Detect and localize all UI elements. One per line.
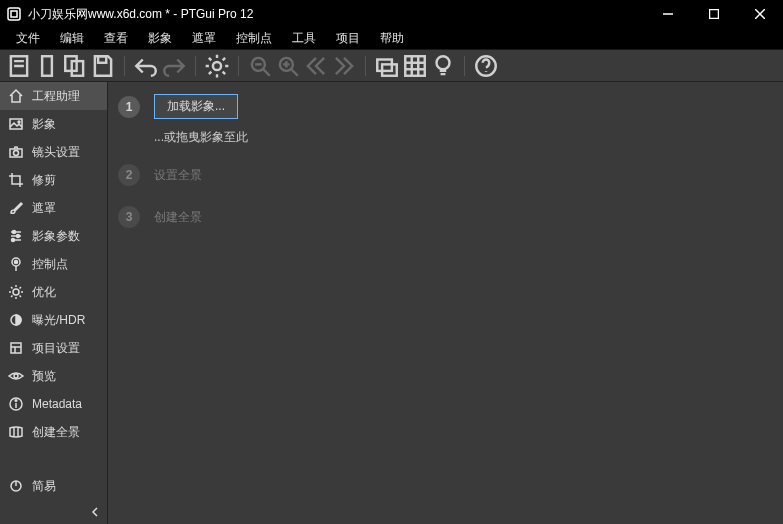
layers-icon[interactable] xyxy=(374,53,400,79)
sidebar-item-10[interactable]: 预览 xyxy=(0,362,107,390)
zoom-out-icon[interactable] xyxy=(247,53,273,79)
svg-point-29 xyxy=(18,121,20,123)
settings-icon[interactable] xyxy=(204,53,230,79)
copy-icon[interactable] xyxy=(62,53,88,79)
sidebar-item-label: 影象参数 xyxy=(32,228,80,245)
help-icon[interactable] xyxy=(473,53,499,79)
svg-point-41 xyxy=(13,289,19,295)
step-number: 2 xyxy=(118,164,140,186)
svg-rect-0 xyxy=(8,8,20,20)
svg-point-11 xyxy=(213,61,221,69)
svg-rect-43 xyxy=(11,343,21,353)
sidebar-item-label: 镜头设置 xyxy=(32,144,80,161)
sidebar-item-0[interactable]: 工程助理 xyxy=(0,82,107,110)
drag-hint: ...或拖曳影象至此 xyxy=(154,129,773,146)
menu-tools[interactable]: 工具 xyxy=(284,28,324,49)
sidebar-item-label: 简易 xyxy=(32,478,56,495)
sidebar-item-label: 控制点 xyxy=(32,256,68,273)
sidebar-collapse-button[interactable] xyxy=(0,500,107,524)
step-number: 3 xyxy=(118,206,140,228)
sidebar-item-1[interactable]: 影象 xyxy=(0,110,107,138)
menu-view[interactable]: 查看 xyxy=(96,28,136,49)
sidebar-item-label: 遮罩 xyxy=(32,200,56,217)
svg-point-35 xyxy=(13,231,16,234)
toolbar xyxy=(0,50,783,82)
sidebar-item-label: 预览 xyxy=(32,368,56,385)
svg-point-46 xyxy=(14,374,18,378)
svg-point-49 xyxy=(15,400,17,402)
grid-icon[interactable] xyxy=(402,53,428,79)
step-label: 设置全景 xyxy=(154,167,202,184)
sidebar-item-label: 优化 xyxy=(32,284,56,301)
sidebar-item-label: 曝光/HDR xyxy=(32,312,85,329)
sidebar-item-2[interactable]: 镜头设置 xyxy=(0,138,107,166)
power-icon xyxy=(8,478,24,494)
load-images-button[interactable]: 加载影象... xyxy=(154,94,238,119)
sidebar-item-8[interactable]: 曝光/HDR xyxy=(0,306,107,334)
sidebar-item-12[interactable]: 创建全景 xyxy=(0,418,107,446)
skip-forward-icon[interactable] xyxy=(331,53,357,79)
sidebar-item-label: 修剪 xyxy=(32,172,56,189)
menu-mask[interactable]: 遮罩 xyxy=(184,28,224,49)
app-icon xyxy=(6,6,22,22)
bulb-icon[interactable] xyxy=(430,53,456,79)
menu-project[interactable]: 项目 xyxy=(328,28,368,49)
sidebar-item-9[interactable]: 项目设置 xyxy=(0,334,107,362)
new-icon[interactable] xyxy=(6,53,32,79)
toolbar-separator xyxy=(195,56,196,76)
main-panel: 1 加载影象... ...或拖曳影象至此 2 设置全景 3 创建全景 xyxy=(108,82,783,524)
svg-rect-3 xyxy=(710,10,719,19)
sidebar-item-3[interactable]: 修剪 xyxy=(0,166,107,194)
sliders-icon xyxy=(8,228,24,244)
sidebar-item-4[interactable]: 遮罩 xyxy=(0,194,107,222)
svg-point-26 xyxy=(437,56,450,69)
sidebar: 工程助理影象镜头设置修剪遮罩影象参数控制点优化曝光/HDR项目设置预览Metad… xyxy=(0,82,108,524)
svg-point-39 xyxy=(15,261,18,264)
window-title: 小刀娱乐网www.x6d.com * - PTGui Pro 12 xyxy=(28,6,645,23)
menu-edit[interactable]: 编辑 xyxy=(52,28,92,49)
sidebar-item-label: Metadata xyxy=(32,397,82,411)
svg-line-16 xyxy=(291,69,298,76)
menu-image[interactable]: 影象 xyxy=(140,28,180,49)
crop-icon xyxy=(8,172,24,188)
step-number: 1 xyxy=(118,96,140,118)
close-button[interactable] xyxy=(737,0,783,28)
exposure-icon xyxy=(8,312,24,328)
pano-icon xyxy=(8,424,24,440)
brush-icon xyxy=(8,200,24,216)
svg-rect-7 xyxy=(42,56,52,76)
undo-icon[interactable] xyxy=(133,53,159,79)
step-1: 1 加载影象... xyxy=(118,94,773,119)
svg-point-37 xyxy=(12,239,15,242)
svg-rect-21 xyxy=(405,56,425,76)
sidebar-item-5[interactable]: 影象参数 xyxy=(0,222,107,250)
menu-controlpoints[interactable]: 控制点 xyxy=(228,28,280,49)
menu-file[interactable]: 文件 xyxy=(8,28,48,49)
sidebar-item-label: 项目设置 xyxy=(32,340,80,357)
menubar: 文件 编辑 查看 影象 遮罩 控制点 工具 项目 帮助 xyxy=(0,28,783,50)
step-3: 3 创建全景 xyxy=(118,206,773,228)
toolbar-separator xyxy=(365,56,366,76)
sidebar-mode-simple[interactable]: 简易 xyxy=(0,472,107,500)
sidebar-item-label: 工程助理 xyxy=(32,88,80,105)
sidebar-item-11[interactable]: Metadata xyxy=(0,390,107,418)
image-icon xyxy=(8,116,24,132)
svg-rect-1 xyxy=(11,11,17,17)
camera-icon xyxy=(8,144,24,160)
maximize-button[interactable] xyxy=(691,0,737,28)
sidebar-item-label: 影象 xyxy=(32,116,56,133)
sidebar-item-label: 创建全景 xyxy=(32,424,80,441)
save-icon[interactable] xyxy=(90,53,116,79)
svg-line-13 xyxy=(263,69,270,76)
svg-point-31 xyxy=(14,151,19,156)
sidebar-item-7[interactable]: 优化 xyxy=(0,278,107,306)
minimize-button[interactable] xyxy=(645,0,691,28)
settings2-icon xyxy=(8,340,24,356)
open-icon[interactable] xyxy=(34,53,60,79)
titlebar: 小刀娱乐网www.x6d.com * - PTGui Pro 12 xyxy=(0,0,783,28)
sidebar-item-6[interactable]: 控制点 xyxy=(0,250,107,278)
zoom-in-icon[interactable] xyxy=(275,53,301,79)
menu-help[interactable]: 帮助 xyxy=(372,28,412,49)
redo-icon[interactable] xyxy=(161,53,187,79)
skip-back-icon[interactable] xyxy=(303,53,329,79)
